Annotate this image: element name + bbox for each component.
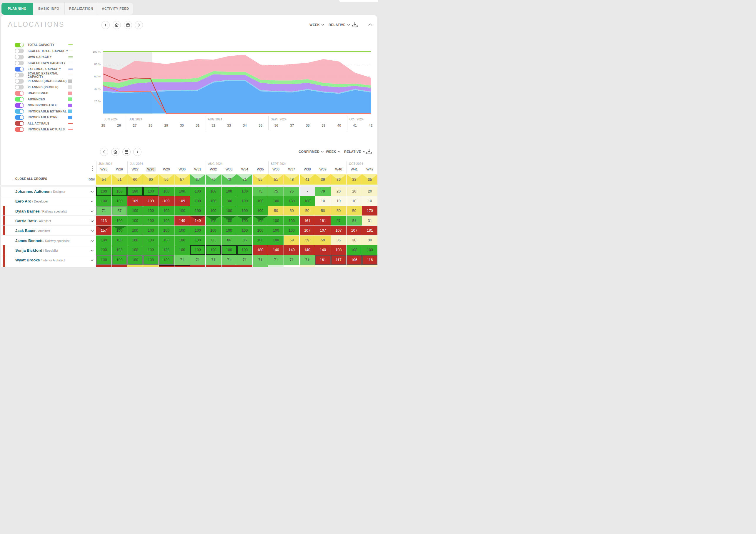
allocation-cell-w38[interactable] xyxy=(300,265,315,267)
allocation-cell-w35[interactable] xyxy=(253,265,268,267)
allocation-cell-w39[interactable]: 10 xyxy=(315,196,331,206)
allocation-cell-w27[interactable]: 100 xyxy=(127,216,143,225)
allocation-cell-w26[interactable]: 100 xyxy=(112,196,127,206)
table-prev-button[interactable] xyxy=(100,148,108,156)
total-cell-w31[interactable]: 67 xyxy=(190,174,205,184)
legend-toggle-scaled-external-capacity[interactable] xyxy=(15,73,24,77)
allocation-cell-w33[interactable]: 100 xyxy=(222,216,237,225)
allocation-cell-w42[interactable]: 100 xyxy=(362,245,377,255)
person-name[interactable]: Johannes Aaltonen / Designer xyxy=(15,189,65,194)
allocation-cell-w33[interactable]: 86 xyxy=(222,236,237,245)
allocation-cell-w26[interactable] xyxy=(112,265,127,267)
allocation-cell-w26[interactable]: 100 xyxy=(112,245,127,255)
allocation-cell-w36[interactable]: 100 xyxy=(268,236,284,245)
allocation-cell-w42[interactable]: 31 xyxy=(362,216,377,225)
allocation-cell-w32[interactable]: 100 xyxy=(205,196,221,206)
allocation-cell-w25[interactable]: 71 xyxy=(96,206,112,215)
allocation-cell-w41[interactable]: 10 xyxy=(346,196,362,206)
allocation-cell-w36[interactable]: 71 xyxy=(268,255,284,265)
allocation-cell-w26[interactable]: 100 xyxy=(112,236,127,245)
allocation-cell-w25[interactable]: 100 xyxy=(96,196,112,206)
allocation-cell-w32[interactable]: 100 xyxy=(205,226,221,235)
row-expand-chevron-icon[interactable] xyxy=(91,189,94,194)
allocation-cell-w35[interactable]: 100 xyxy=(253,206,268,215)
allocation-cell-w28[interactable] xyxy=(143,265,159,267)
allocation-cell-w29[interactable]: 100 xyxy=(159,255,174,265)
legend-toggle-non-invoiceable[interactable] xyxy=(15,103,24,108)
allocation-cell-w31[interactable]: 100 xyxy=(190,206,205,215)
total-cell-w25[interactable]: 54 xyxy=(96,174,112,184)
allocation-cell-w34[interactable]: 100 xyxy=(237,187,253,196)
allocation-cell-w29[interactable]: 109 xyxy=(159,196,174,206)
total-cell-w29[interactable]: 56 xyxy=(159,174,174,184)
tab-realization[interactable]: REALIZATION xyxy=(65,3,98,15)
allocation-cell-w41[interactable]: 106 xyxy=(346,255,362,265)
allocation-cell-w30[interactable] xyxy=(175,265,190,267)
allocation-cell-w27[interactable]: 100 xyxy=(127,255,143,265)
allocation-cell-w40[interactable]: 50 xyxy=(331,206,346,215)
allocation-cell-w31[interactable]: 140 xyxy=(190,216,205,225)
legend-toggle-invoiceable-external[interactable] xyxy=(15,109,24,114)
allocation-cell-w39[interactable]: 50 xyxy=(315,206,331,215)
allocation-cell-w35[interactable]: 71 xyxy=(253,255,268,265)
allocation-cell-w31[interactable]: 100 xyxy=(190,187,205,196)
total-cell-w33[interactable]: 70 xyxy=(222,174,237,184)
allocation-cell-w34[interactable]: 100 xyxy=(237,196,253,206)
total-cell-w28[interactable]: 60 xyxy=(143,174,159,184)
allocation-cell-w28[interactable]: 100 xyxy=(143,216,159,225)
legend-toggle-invoiceable-own[interactable] xyxy=(15,115,24,120)
allocation-cell-w38[interactable]: 107 xyxy=(300,226,315,235)
allocation-cell-w33[interactable]: 100 xyxy=(222,206,237,215)
allocation-cell-w33[interactable]: 100 xyxy=(222,187,237,196)
allocation-cell-w38[interactable]: 140 xyxy=(300,245,315,255)
allocation-cell-w27[interactable]: 100 xyxy=(127,206,143,215)
allocation-cell-w36[interactable]: 100 xyxy=(268,226,284,235)
legend-toggle-external-capacity[interactable] xyxy=(15,67,24,71)
allocation-cell-w32[interactable]: 100 xyxy=(205,245,221,255)
allocation-cell-w42[interactable]: 20 xyxy=(362,187,377,196)
allocation-cell-w38[interactable]: 100 xyxy=(300,196,315,206)
allocation-cell-w32[interactable] xyxy=(205,265,221,267)
allocation-cell-w39[interactable]: 161 xyxy=(315,216,331,225)
table-confirm-dropdown[interactable]: CONFIRMED xyxy=(299,150,324,154)
allocation-cell-w34[interactable] xyxy=(237,265,253,267)
legend-toggle-scaled-own-capacity[interactable] xyxy=(15,61,24,65)
person-name[interactable]: Dylan Barnes / Railway specialist xyxy=(15,209,67,214)
table-home-button[interactable] xyxy=(111,148,120,156)
allocation-cell-w27[interactable]: 100 xyxy=(127,236,143,245)
allocation-cell-w32[interactable]: 100 xyxy=(205,187,221,196)
allocation-cell-w37[interactable]: 100 xyxy=(284,226,299,235)
legend-toggle-own-capacity[interactable] xyxy=(15,55,24,60)
legend-toggle-absences[interactable] xyxy=(15,97,24,101)
allocation-cell-w26[interactable]: 100 xyxy=(112,226,127,235)
allocation-cell-w42[interactable]: 10 xyxy=(362,196,377,206)
allocation-cell-w27[interactable] xyxy=(127,265,143,267)
total-cell-w39[interactable]: 39 xyxy=(315,174,331,184)
allocation-cell-w29[interactable] xyxy=(159,265,174,267)
total-cell-w36[interactable]: 51 xyxy=(268,174,284,184)
allocation-cell-w29[interactable]: 100 xyxy=(159,245,174,255)
allocation-cell-w25[interactable]: 113 xyxy=(96,216,112,225)
total-cell-w34[interactable]: 71 xyxy=(237,174,253,184)
allocation-cell-w32[interactable]: 86 xyxy=(205,236,221,245)
total-cell-w26[interactable]: 51 xyxy=(112,174,127,184)
allocation-cell-w40[interactable]: 36 xyxy=(331,236,346,245)
allocation-cell-w36[interactable] xyxy=(268,265,284,267)
allocation-cell-w40[interactable]: 20 xyxy=(331,187,346,196)
allocation-cell-w37[interactable]: 75 xyxy=(284,187,299,196)
allocation-cell-w37[interactable]: 71 xyxy=(284,255,299,265)
allocation-cell-w30[interactable]: 100 xyxy=(175,206,190,215)
allocation-cell-w29[interactable]: 100 xyxy=(159,226,174,235)
allocation-cell-w39[interactable]: 59 xyxy=(315,236,331,245)
allocation-cell-w28[interactable]: 100 xyxy=(143,206,159,215)
chart-prev-button[interactable] xyxy=(101,21,110,29)
allocation-cell-w33[interactable]: 71 xyxy=(222,255,237,265)
allocation-cell-w41[interactable] xyxy=(346,265,362,267)
allocation-cell-w40[interactable] xyxy=(331,265,346,267)
allocation-cell-w41[interactable]: 107 xyxy=(346,226,362,235)
allocation-cell-w40[interactable]: 97 xyxy=(331,216,346,225)
allocation-cell-w40[interactable]: 107 xyxy=(331,226,346,235)
allocation-cell-w41[interactable]: 50 xyxy=(346,206,362,215)
chart-home-button[interactable] xyxy=(113,21,121,29)
allocation-cell-w26[interactable]: 100 xyxy=(112,216,127,225)
